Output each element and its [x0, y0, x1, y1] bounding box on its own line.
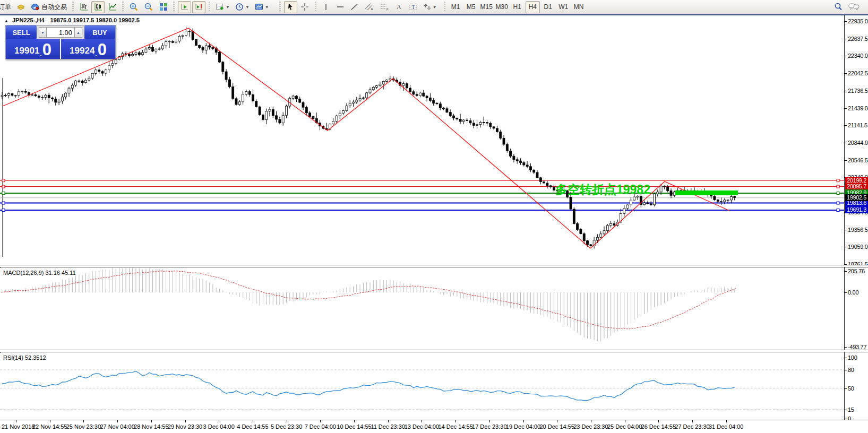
fibonacci-icon: F	[380, 3, 389, 11]
toolbar: 订单 自动交易	[0, 0, 868, 14]
horizontal-line-icon	[336, 3, 345, 11]
time-axis-label: 5 Dec 23:30	[271, 423, 302, 430]
price-axis-label: 22340.0	[848, 53, 868, 59]
main-chart-pane[interactable]: 多空转折点19982	[0, 15, 844, 265]
rsi-axis[interactable]: 1008050150	[845, 353, 868, 420]
time-axis-tick	[658, 420, 659, 422]
crosshair-button[interactable]	[298, 1, 312, 13]
mt4-terminal: 订单 自动交易	[0, 0, 868, 433]
time-axis[interactable]: 21 Nov 201822 Nov 14:5525 Nov 23:3027 No…	[0, 420, 868, 433]
svg-text:T: T	[411, 4, 415, 10]
tile-windows-icon	[159, 3, 168, 11]
indicators-button[interactable]: ▼	[213, 1, 232, 13]
tf-button-h4[interactable]: H4	[526, 1, 540, 13]
chart-shift-button[interactable]	[192, 1, 205, 13]
chat-button[interactable]	[846, 1, 862, 13]
tf-button-m5[interactable]: M5	[464, 1, 478, 13]
time-axis-tick	[185, 420, 186, 422]
macd-axis[interactable]: 205.760.00-493.77	[845, 268, 868, 350]
line-chart-button[interactable]	[106, 1, 119, 13]
time-axis-tick	[422, 420, 422, 422]
tf-button-mn[interactable]: MN	[572, 1, 586, 13]
hline-19691.3[interactable]	[0, 209, 844, 211]
price-axis-label: 21141.5	[848, 122, 867, 128]
vertical-line-tool-button[interactable]	[320, 1, 333, 13]
chart-annotation[interactable]: 多空转折点19982	[555, 183, 650, 196]
chart-title: ▲ JPN225-,H4 19875.0 19917.5 19820.0 199…	[4, 17, 140, 23]
text-label-icon: T	[409, 3, 418, 11]
pane-separator[interactable]	[0, 350, 868, 352]
auto-scroll-icon	[181, 3, 189, 11]
price-axis-tick	[845, 91, 847, 91]
candlestick-chart-button[interactable]	[91, 1, 105, 13]
tf-button-h1[interactable]: H1	[510, 1, 525, 13]
time-axis-label: 27 Dec 23:30	[675, 423, 709, 430]
volume-increment-button[interactable]: ▲	[74, 27, 82, 38]
rsi-pane[interactable]	[0, 353, 844, 420]
sell-price-display[interactable]: 19901.0	[6, 39, 60, 59]
search-button[interactable]	[831, 1, 845, 13]
cursor-button[interactable]	[284, 1, 297, 13]
text-label-tool-button[interactable]: T	[407, 1, 420, 13]
bar-chart-button[interactable]	[77, 1, 90, 13]
toolbar-separator	[444, 2, 445, 12]
auto-trading-button[interactable]: 自动交易	[29, 1, 69, 13]
text-tool-button[interactable]: A	[392, 1, 406, 13]
tile-windows-button[interactable]	[157, 1, 170, 13]
cursor-icon	[286, 3, 295, 11]
hline-20199.2[interactable]	[0, 179, 844, 182]
hline-19813.6[interactable]	[0, 202, 844, 204]
new-chart-button[interactable]	[14, 1, 28, 13]
bar-chart-icon	[80, 3, 88, 11]
line-chart-icon	[108, 3, 117, 11]
window-collapse-icon[interactable]: ▲	[4, 19, 8, 23]
macd-axis-tick	[845, 347, 847, 348]
macd-pane[interactable]	[0, 268, 844, 350]
price-axis-tick	[845, 56, 847, 56]
tf-button-d1[interactable]: D1	[541, 1, 555, 13]
fibonacci-tool-button[interactable]: F	[377, 1, 391, 13]
time-axis-label: 23 Dec 23:30	[573, 423, 608, 430]
time-axis-tick	[388, 420, 389, 422]
new-order-button[interactable]: 订单	[0, 1, 13, 13]
dropdown-caret-icon: ▼	[226, 5, 230, 10]
new-chart-icon	[16, 3, 25, 11]
pane-separator[interactable]	[0, 265, 868, 267]
price-axis-tick	[845, 125, 847, 126]
templates-icon	[255, 3, 264, 11]
buy-price-display[interactable]: 19924.0	[61, 39, 115, 59]
time-axis-label: 3 Dec 04:00	[203, 423, 235, 430]
tf-button-m15[interactable]: M15	[479, 1, 494, 13]
time-axis-label: 25 Dec 04:00	[607, 423, 642, 430]
macd-axis-tick	[845, 292, 847, 293]
horizontal-line-tool-button[interactable]	[334, 1, 347, 13]
hline-20095.7[interactable]	[0, 185, 844, 188]
tf-button-m1[interactable]: M1	[449, 1, 463, 13]
templates-button[interactable]: ▼	[253, 1, 271, 13]
auto-scroll-button[interactable]	[178, 1, 191, 13]
zoom-in-button[interactable]	[127, 1, 141, 13]
trendline-tool-button[interactable]	[348, 1, 362, 13]
highlight-band[interactable]	[675, 190, 738, 195]
volume-input[interactable]	[47, 27, 74, 38]
buy-price-frac: 0	[98, 41, 107, 58]
tf-button-w1[interactable]: W1	[556, 1, 571, 13]
ohlc-values: 19875.0 19917.5 19820.0 19902.5	[50, 17, 140, 23]
time-axis-tick	[287, 420, 287, 422]
sell-button[interactable]: SELL	[6, 25, 37, 39]
periods-button[interactable]: ▼	[233, 1, 252, 13]
time-axis-label: 22 Nov 14:55	[32, 423, 67, 430]
time-axis-tick	[523, 420, 524, 422]
price-axis[interactable]: 22935.022637.522340.022042.521736.521439…	[845, 15, 868, 265]
zoom-out-button[interactable]	[142, 1, 156, 13]
time-axis-tick	[625, 420, 625, 422]
buy-label: BUY	[92, 29, 107, 37]
tf-button-m30[interactable]: M30	[495, 1, 509, 13]
channel-tool-button[interactable]: E	[363, 1, 376, 13]
arrows-tool-button[interactable]: ▼	[421, 1, 439, 13]
volume-decrement-button[interactable]: ▼	[39, 27, 47, 38]
price-axis-label: 19356.5	[848, 227, 868, 233]
rsi-line	[2, 371, 735, 401]
rsi-axis-tick	[845, 358, 847, 358]
buy-button[interactable]: BUY	[84, 25, 115, 39]
